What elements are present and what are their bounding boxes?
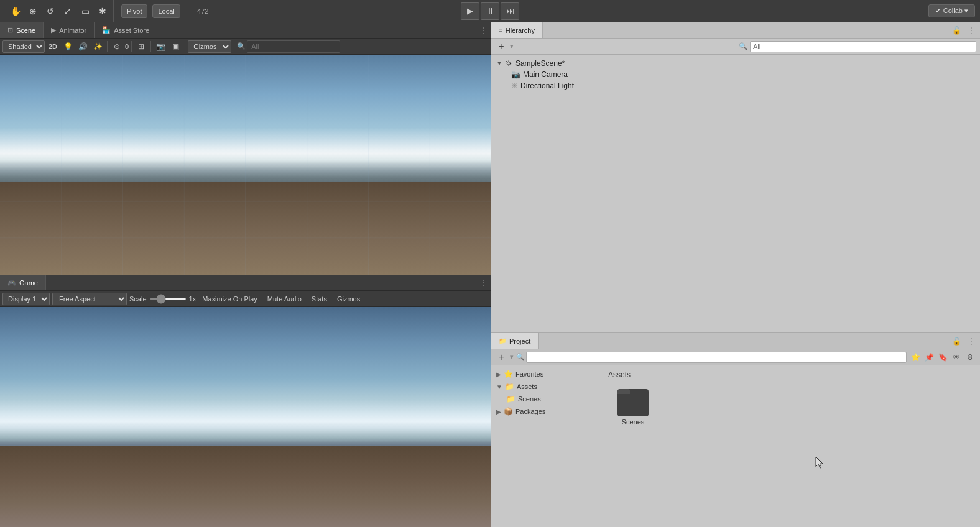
project-search-group: 🔍 [516, 352, 907, 363]
assets-folder-icon: 📁 [505, 382, 514, 391]
maximize-on-play-button[interactable]: Maximize On Play [198, 293, 261, 305]
view-icons-group: ⭐ 📌 🔖 👁 8 [909, 351, 976, 364]
tab-game[interactable]: 🎮 Game [0, 275, 46, 290]
project-arrow-icon: ▾ [510, 353, 514, 361]
scene-layers-button[interactable]: ⊞ [134, 40, 148, 53]
more-view-button[interactable]: 8 [964, 351, 976, 364]
hierarchy-item-directional-light[interactable]: ☀ Directional Light [491, 80, 980, 91]
favorites-view-button[interactable]: ⭐ [909, 351, 922, 364]
pinned-view-button[interactable]: 📌 [923, 351, 935, 364]
scale-tool-button[interactable]: ⤢ [60, 3, 76, 19]
collab-checkmark-icon: ✔ [935, 7, 941, 15]
move-tool-button[interactable]: ⊕ [25, 3, 41, 19]
scene-sky [0, 55, 491, 186]
scene-light-button[interactable]: 💡 [61, 40, 75, 53]
game-gizmos-button[interactable]: Gizmos [333, 293, 364, 305]
custom-tool-button[interactable]: ✱ [95, 3, 111, 19]
hierarchy-item-samplescene[interactable]: ▼ ⛭ SampleScene* [491, 57, 980, 69]
cursor-svg [815, 456, 825, 469]
game-tab-menu-button[interactable]: ⋮ [479, 275, 491, 290]
scene-background [0, 55, 491, 275]
scene-view [0, 55, 491, 275]
toolbar-separator-5 [234, 41, 234, 52]
game-tab-bar: 🎮 Game ⋮ [0, 275, 491, 291]
cursor-indicator [815, 456, 825, 471]
rotate-tool-button[interactable]: ↺ [42, 3, 58, 19]
scene-tab-menu-button[interactable]: ⋮ [479, 22, 491, 38]
packages-arrow-icon: ▶ [496, 408, 501, 415]
project-tab-bar: 📁 Project 🔓 ⋮ [491, 333, 980, 349]
2d-button[interactable]: 2D [46, 40, 60, 53]
hierarchy-panel-buttons: 🔓 ⋮ [950, 22, 980, 38]
tab-asset-store[interactable]: 🏪 Asset Store [95, 22, 157, 38]
hierarchy-item-main-camera[interactable]: 📷 Main Camera [491, 69, 980, 80]
project-add-button[interactable]: + [495, 351, 507, 364]
gizmos-dropdown[interactable]: Gizmos [188, 40, 231, 53]
overlay-button[interactable]: ⊙ [110, 40, 124, 53]
tab-hierarchy[interactable]: ≡ Hierarchy [491, 22, 543, 38]
collab-label: Collab ▾ [943, 7, 968, 15]
bookmark-view-button[interactable]: 🔖 [936, 351, 949, 364]
hierarchy-toolbar: + ▾ 🔍 [491, 39, 980, 55]
scene-camera-button[interactable]: 📷 [154, 40, 167, 53]
project-panel-buttons: 🔓 ⋮ [950, 333, 980, 349]
search-icon-project: 🔍 [516, 353, 525, 361]
scale-group: Scale 1x [129, 295, 196, 303]
project-menu-button[interactable]: ⋮ [965, 337, 978, 346]
game-tab-label: Game [19, 279, 38, 286]
step-button[interactable]: ⏭ [501, 2, 519, 20]
scene-search-input[interactable] [247, 40, 340, 53]
tab-project[interactable]: 📁 Project [491, 333, 539, 349]
hierarchy-lock-button[interactable]: 🔓 [950, 26, 964, 35]
tree-scenes-label: Scenes [518, 395, 541, 403]
mute-audio-button[interactable]: Mute Audio [264, 293, 305, 305]
scene-icon: ⛭ [505, 58, 513, 68]
hierarchy-search-input[interactable] [750, 41, 976, 52]
asset-item-scenes[interactable]: Scenes [611, 387, 655, 428]
scene-effects-button[interactable]: ✨ [91, 40, 104, 53]
project-tab-icon: 📁 [499, 337, 506, 344]
scale-slider[interactable] [149, 298, 187, 300]
tab-animator[interactable]: ▶ Animator [44, 22, 95, 38]
scene-audio-button[interactable]: 🔊 [76, 40, 90, 53]
game-ground [0, 446, 491, 527]
hierarchy-tab-label: Hierarchy [506, 27, 535, 34]
packages-icon: 📦 [504, 407, 513, 416]
display-dropdown[interactable]: Display 1 [2, 293, 50, 305]
scale-value: 1x [189, 295, 196, 303]
animator-tab-icon: ▶ [51, 26, 56, 34]
hierarchy-menu-button[interactable]: ⋮ [965, 26, 978, 35]
tree-item-favorites[interactable]: ▶ ⭐ Favorites [491, 368, 603, 380]
visibility-view-button[interactable]: 👁 [950, 351, 963, 364]
collab-button[interactable]: ✔ Collab ▾ [928, 4, 975, 17]
local-button[interactable]: Local [152, 4, 180, 18]
rect-tool-button[interactable]: ▭ [77, 3, 93, 19]
shaded-dropdown[interactable]: Shaded [2, 40, 45, 53]
favorites-star-icon: ⭐ [504, 370, 513, 378]
hierarchy-tab-icon: ≡ [499, 27, 502, 34]
tab-scene[interactable]: ⊡ Scene [0, 22, 44, 38]
tree-item-assets[interactable]: ▼ 📁 Assets [491, 380, 603, 393]
pivot-button[interactable]: Pivot [121, 4, 147, 18]
scene-tab-label: Scene [16, 27, 35, 34]
tree-item-packages[interactable]: ▶ 📦 Packages [491, 405, 603, 418]
project-lock-button[interactable]: 🔓 [950, 337, 964, 346]
project-search-input[interactable] [526, 352, 907, 363]
toolbar-separator-3 [150, 41, 151, 52]
aspect-dropdown[interactable]: Free Aspect [52, 293, 127, 305]
scene-aspect-button[interactable]: ▣ [169, 40, 182, 53]
hierarchy-add-button[interactable]: + [495, 40, 507, 53]
play-controls: ▶ ⏸ ⏭ [461, 2, 519, 20]
hand-tool-button[interactable]: ✋ [7, 3, 24, 19]
tree-item-scenes[interactable]: 📁 Scenes [491, 393, 603, 405]
favorites-arrow-icon: ▶ [496, 371, 501, 378]
play-button[interactable]: ▶ [461, 2, 479, 20]
hierarchy-light-name: Directional Light [520, 81, 574, 90]
project-content: ▶ ⭐ Favorites ▼ 📁 Assets 📁 Scenes ▶ [491, 365, 980, 527]
stats-button[interactable]: Stats [308, 293, 331, 305]
hierarchy-tab-bar: ≡ Hierarchy 🔓 ⋮ [491, 22, 980, 39]
pause-button[interactable]: ⏸ [481, 2, 499, 20]
game-toolbar: Display 1 Free Aspect Scale 1x Maximize … [0, 291, 491, 307]
project-tab-label: Project [509, 337, 530, 345]
asset-store-tab-label: Asset Store [114, 27, 149, 34]
